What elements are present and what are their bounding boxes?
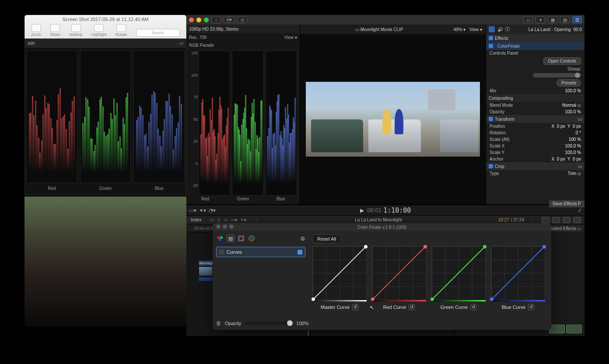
anchor-label: Anchor bbox=[490, 157, 504, 161]
reset-green-curve[interactable]: ↺ bbox=[470, 304, 476, 310]
strip-thumbnail[interactable] bbox=[199, 266, 213, 276]
video-frame bbox=[306, 82, 480, 157]
audio-skimming-toggle[interactable] bbox=[552, 217, 560, 223]
video-inspector-tab[interactable] bbox=[489, 26, 495, 32]
scale-all-value[interactable]: 100 % bbox=[569, 137, 581, 142]
save-effects-preset-button[interactable]: Save Effects P bbox=[549, 200, 584, 207]
overwrite-clip-icon[interactable]: ▭▾ bbox=[231, 217, 237, 222]
browser-view-grid[interactable]: ▦ bbox=[548, 16, 557, 23]
scale-x-value[interactable]: 100.0 % bbox=[565, 144, 581, 148]
cf-minimize-button[interactable] bbox=[223, 224, 227, 229]
layer-name: Curves bbox=[227, 249, 242, 255]
share-tool[interactable]: Share bbox=[50, 24, 60, 37]
effect-thumbnail[interactable] bbox=[549, 325, 565, 333]
inspector-toggle[interactable]: ☰ bbox=[572, 16, 582, 23]
transform-tool-dropdown[interactable]: ▭▾ bbox=[189, 207, 196, 214]
vectors-tool[interactable] bbox=[237, 234, 245, 242]
enhance-tool-dropdown[interactable]: ✦▾ bbox=[199, 207, 206, 214]
colorfinale-effect-label[interactable]: ColorFinale bbox=[496, 43, 522, 49]
red-curve[interactable]: Red Curve↺ bbox=[372, 246, 426, 310]
anchor-x-value[interactable]: 0 px bbox=[557, 157, 565, 161]
crop-checkbox[interactable] bbox=[489, 164, 493, 168]
compositing-section-label: Compositing bbox=[489, 96, 513, 101]
trash-icon[interactable]: 🗑 bbox=[216, 320, 221, 326]
viewer-canvas[interactable] bbox=[300, 34, 486, 204]
color-wheels-tool[interactable] bbox=[216, 234, 224, 242]
caret-down-icon[interactable]: ▾ bbox=[536, 16, 545, 23]
layer-visibility-checkbox[interactable] bbox=[219, 250, 224, 255]
lut-tool[interactable] bbox=[248, 234, 256, 242]
solo-toggle[interactable] bbox=[563, 217, 570, 223]
presets-button[interactable]: Presets bbox=[556, 79, 581, 87]
crop-onscreen-icon[interactable]: ▭ bbox=[578, 164, 582, 169]
highlight-tool[interactable]: Highlight bbox=[91, 24, 107, 37]
preview-search-input[interactable]: Search bbox=[136, 29, 180, 37]
timeline-history-back[interactable]: 〈 bbox=[251, 217, 260, 223]
traffic-lights bbox=[189, 18, 209, 22]
retime-tool-dropdown[interactable]: ◔▾ bbox=[209, 207, 216, 214]
reset-all-button[interactable]: Reset All bbox=[312, 234, 341, 243]
blue-curve[interactable]: Blue Curve↺ bbox=[491, 246, 545, 310]
transform-onscreen-icon[interactable]: ▭ bbox=[578, 117, 582, 122]
anchor-y-value[interactable]: 0 px bbox=[573, 157, 581, 161]
effects-checkbox[interactable] bbox=[489, 36, 493, 40]
close-button[interactable] bbox=[189, 18, 194, 22]
channel-blue-label: Blue bbox=[132, 186, 186, 195]
import-button[interactable]: ↓ bbox=[211, 16, 221, 23]
fullscreen-button[interactable]: ⤢ bbox=[578, 207, 582, 214]
keyword-chip[interactable]: O▾ bbox=[224, 17, 235, 23]
viewer-zoom-dropdown[interactable]: 48% ▾ bbox=[454, 27, 466, 32]
transform-checkbox[interactable] bbox=[489, 117, 493, 121]
crop-type-value[interactable]: Trim ◇ bbox=[568, 171, 581, 176]
timecode-display[interactable]: 1:10:00 bbox=[383, 206, 411, 214]
green-curve-label: Green Curve bbox=[441, 304, 468, 310]
cf-close-button[interactable] bbox=[216, 224, 220, 229]
curves-tool[interactable]: ▨ bbox=[227, 234, 234, 242]
effect-thumbnail[interactable] bbox=[566, 325, 582, 333]
connect-clip-icon[interactable]: ▭ bbox=[210, 217, 214, 222]
layer-enabled-checkbox[interactable] bbox=[298, 250, 302, 255]
master-curve[interactable]: Master Curve↺ bbox=[312, 246, 367, 310]
maximize-button[interactable] bbox=[204, 18, 209, 22]
append-clip-icon[interactable]: ▭ bbox=[224, 217, 228, 222]
rotation-value[interactable]: 0 ° bbox=[576, 130, 581, 135]
snapping-toggle[interactable] bbox=[573, 217, 581, 223]
info-inspector-tab[interactable]: ⓘ bbox=[505, 26, 510, 32]
background-tasks-button[interactable]: ◷ bbox=[238, 16, 247, 23]
pos-y-value[interactable]: 0 px bbox=[573, 124, 581, 129]
pos-x-value[interactable]: 0 px bbox=[557, 124, 565, 129]
gear-icon[interactable]: ⚙ bbox=[300, 235, 305, 242]
skimming-toggle[interactable] bbox=[542, 217, 550, 223]
blend-mode-value[interactable]: Normal ◇ bbox=[562, 103, 581, 108]
colorfinale-checkbox[interactable] bbox=[489, 44, 493, 48]
scopes-view-dropdown[interactable]: View ▾ bbox=[284, 35, 297, 40]
markup-tool[interactable]: Markup bbox=[70, 24, 83, 37]
reset-blue-curve[interactable]: ↺ bbox=[528, 304, 534, 310]
timeline-index-button[interactable]: Index bbox=[186, 217, 206, 222]
viewer-view-dropdown[interactable]: View ▾ bbox=[469, 27, 482, 32]
svg-point-5 bbox=[249, 236, 254, 241]
group-slider[interactable] bbox=[533, 73, 581, 77]
cf-opacity-slider[interactable] bbox=[245, 322, 293, 325]
rotate-tool[interactable]: Rotate bbox=[116, 24, 127, 37]
parade-menu-icon[interactable]: ▭ bbox=[179, 39, 183, 48]
green-curve[interactable]: Green Curve↺ bbox=[431, 246, 486, 310]
highlight-label: Highlight bbox=[91, 32, 107, 37]
minimize-button[interactable] bbox=[196, 18, 201, 22]
reset-red-curve[interactable]: ↺ bbox=[409, 304, 415, 310]
curves-layer-item[interactable]: Curves bbox=[216, 247, 305, 257]
insert-clip-icon[interactable]: ▯ bbox=[217, 217, 220, 222]
cf-zoom-button[interactable] bbox=[229, 224, 234, 229]
play-button[interactable]: ▶ bbox=[360, 207, 364, 214]
reset-master-curve[interactable]: ↺ bbox=[352, 304, 358, 310]
arrow-tool-dropdown[interactable]: ↖▾ bbox=[241, 217, 246, 222]
open-controls-button[interactable]: Open Controls bbox=[543, 57, 581, 65]
opacity-value[interactable]: 100.0 % bbox=[565, 109, 581, 114]
zoom-tool[interactable]: Zoom bbox=[31, 24, 41, 37]
library-toggle[interactable]: ▭ bbox=[523, 16, 533, 23]
timeline-history-forward[interactable]: 〉 bbox=[528, 217, 538, 223]
browser-view-list[interactable]: ▤ bbox=[560, 16, 570, 23]
scale-y-value[interactable]: 100.0 % bbox=[565, 150, 581, 155]
audio-inspector-tab[interactable]: 🔊 bbox=[497, 27, 503, 32]
mix-value[interactable]: 100.0 % bbox=[565, 88, 581, 93]
